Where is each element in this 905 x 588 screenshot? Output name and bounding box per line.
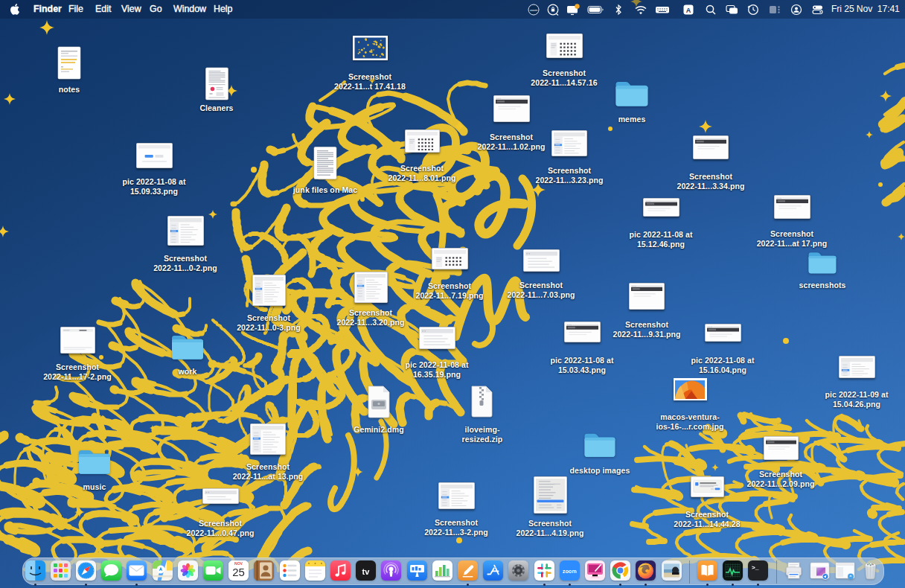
svg-text:zoom: zoom	[530, 8, 538, 12]
svg-text:tv: tv	[362, 567, 371, 576]
svg-text:zoom: zoom	[563, 568, 577, 575]
svg-text:A: A	[686, 6, 691, 13]
svg-text:>_: >_	[752, 564, 759, 571]
svg-text:25: 25	[232, 566, 245, 578]
